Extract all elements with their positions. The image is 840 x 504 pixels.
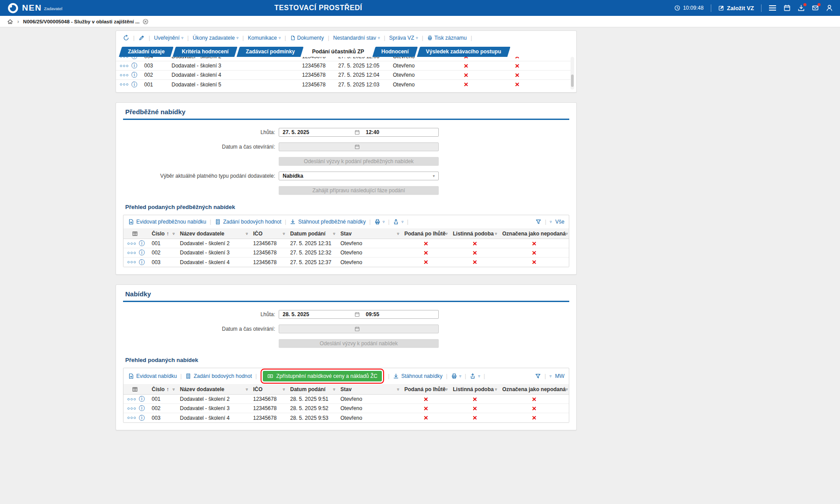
column-header-ico[interactable]: IČO ▿ — [250, 231, 287, 237]
info-icon[interactable]: ⓘ — [139, 240, 145, 246]
filter-caret-icon[interactable]: ▿ — [445, 231, 448, 236]
row-actions-icon[interactable] — [127, 417, 136, 419]
info-icon[interactable]: ⓘ — [139, 415, 145, 421]
filter-caret-icon[interactable]: ▿ — [445, 387, 448, 392]
calendar-icon[interactable] — [784, 4, 791, 11]
create-vz-button[interactable]: Založit VZ — [718, 5, 754, 11]
table-row[interactable]: ⓘ 001 Dodavatel - školení 2 12345678 28.… — [123, 395, 569, 404]
column-header-listinna-podoba[interactable]: Listinná podoba ▿ — [450, 386, 500, 392]
column-header-oznacena-jako-nepodana[interactable]: Označena jako nepodaná ▿ — [500, 231, 569, 237]
info-icon[interactable]: ⓘ — [139, 396, 145, 402]
row-actions-icon[interactable] — [127, 243, 136, 245]
home-icon[interactable] — [7, 19, 13, 25]
column-header-oznacena-jako-nepodana[interactable]: Označena jako nepodaná ▿ — [500, 386, 569, 392]
tab-podani-ucastniku-zp[interactable]: Podání účastníků ZP — [305, 47, 372, 57]
table-row[interactable]: ⓘ 001 Dodavatel - školení 5 12345678 27.… — [116, 80, 574, 89]
toolbar-dokumenty[interactable]: Dokumenty — [290, 35, 324, 41]
back-icon[interactable] — [123, 35, 129, 41]
action-stahnout-predbezne-nabidky[interactable]: Stáhnout předběžné nabídky — [290, 219, 366, 225]
export-menu-button[interactable]: ▿ — [393, 219, 403, 225]
action-zadani-bodovych-hodnot[interactable]: Zadání bodových hodnot — [185, 373, 252, 379]
action-stahnout-nabidky[interactable]: Stáhnout nabídky — [393, 373, 442, 379]
table-row[interactable]: ⓘ 004 Dodavatel - školení 2 12345678 27.… — [116, 57, 574, 61]
filter-caret-icon[interactable]: ▿ — [246, 387, 248, 392]
column-header-stav[interactable]: Stav ▿ — [338, 231, 402, 237]
filter-icon[interactable] — [535, 373, 541, 379]
row-actions-icon[interactable] — [127, 252, 136, 254]
column-header-datum-podani[interactable]: Datum podání ▿ — [287, 386, 338, 392]
filter-caret-icon[interactable]: ▿ — [283, 231, 285, 236]
column-header-listinna-podoba[interactable]: Listinná podoba ▿ — [450, 231, 500, 237]
column-header-stav[interactable]: Stav ▿ — [338, 386, 402, 392]
filter-caret-icon[interactable]: ▿ — [566, 387, 568, 392]
tab-hodnoceni[interactable]: Hodnocení — [374, 47, 416, 57]
tab-zadavaci-podminky[interactable]: Zadávací podmínky — [238, 47, 302, 57]
toolbar-sprava-vz[interactable]: Správa VZ ▿ — [389, 35, 418, 41]
filter-caret-icon[interactable]: ▿ — [566, 231, 568, 236]
info-icon[interactable]: ⓘ — [131, 63, 138, 69]
view-selector[interactable]: Vše — [555, 219, 564, 225]
view-caret-icon[interactable]: ▿ — [549, 374, 552, 378]
column-header-podana-po-lhute[interactable]: Podaná po lhůtě ▿ — [402, 386, 450, 392]
column-header-cislo[interactable]: Číslo↑ ▿ — [149, 231, 177, 237]
row-actions-icon[interactable] — [120, 57, 128, 58]
toolbar-nestandardni-stav[interactable]: Nestandardní stav ▿ — [333, 35, 380, 41]
view-selector[interactable]: MW — [555, 373, 564, 379]
toolbar-uverejneni[interactable]: Uveřejnění ▿ — [154, 35, 183, 41]
downloads-button[interactable] — [798, 4, 805, 11]
scrollbar-thumb[interactable] — [571, 75, 574, 87]
messages-button[interactable] — [812, 4, 819, 11]
filter-caret-icon[interactable]: ▿ — [495, 387, 497, 392]
column-header-nazev-dodavatele[interactable]: Název dodavatele ▿ — [177, 231, 250, 237]
filter-caret-icon[interactable]: ▿ — [333, 387, 335, 392]
toolbar-ukony-zadavatele[interactable]: Úkony zadavatele ▿ — [193, 35, 239, 41]
calendar-picker-icon[interactable] — [355, 130, 362, 135]
info-icon[interactable]: ⓘ — [131, 82, 138, 88]
action-evidovat-nabidku[interactable]: Evidovat nabídku — [128, 373, 177, 379]
calendar-picker-icon[interactable] — [355, 312, 362, 317]
filter-caret-icon[interactable]: ▿ — [397, 231, 399, 236]
info-icon[interactable]: ⓘ — [131, 72, 138, 78]
filter-caret-icon[interactable]: ▿ — [283, 387, 285, 392]
toolbar-tisk-zaznamu[interactable]: Tisk záznamu — [427, 35, 467, 41]
toolbar-komunikace[interactable]: Komunikace ▿ — [248, 35, 281, 41]
action-zadani-bodovych-hodnot[interactable]: Zadání bodových hodnot — [215, 219, 281, 225]
filter-caret-icon[interactable]: ▿ — [495, 231, 497, 236]
print-menu-button[interactable]: ▿ — [374, 219, 385, 225]
column-header-ico[interactable]: IČO ▿ — [250, 386, 287, 392]
action-zpristupneni-nabidkove-ceny[interactable]: Zpřístupnění nabídkové ceny a nákladů ŽC — [263, 371, 381, 381]
table-row[interactable]: ⓘ 003 Dodavatel - školení 4 12345678 27.… — [123, 258, 569, 267]
user-icon[interactable] — [826, 4, 833, 11]
table-row[interactable]: ⓘ 002 Dodavatel - školení 4 12345678 27.… — [116, 71, 574, 80]
tab-vysledek-zadavaciho-postupu[interactable]: Výsledek zadávacího postupu — [418, 47, 509, 57]
table-row[interactable]: ⓘ 003 Dodavatel - školení 4 12345678 28.… — [123, 413, 569, 422]
row-actions-icon[interactable] — [127, 407, 136, 410]
info-icon[interactable]: ⓘ — [139, 259, 145, 265]
time-input[interactable]: 12:40 — [362, 129, 439, 135]
info-icon[interactable]: ⓘ — [139, 405, 145, 411]
column-header-nazev-dodavatele[interactable]: Název dodavatele ▿ — [177, 386, 250, 392]
filter-caret-icon[interactable]: ▿ — [172, 387, 175, 392]
table-row[interactable]: ⓘ 002 Dodavatel - školení 3 12345678 27.… — [123, 248, 569, 258]
app-logo[interactable]: NEN Zadavatel — [7, 2, 62, 14]
typ-podani-select[interactable]: Nabídka ▾ — [279, 172, 439, 180]
filter-icon[interactable] — [535, 219, 541, 225]
close-record-icon[interactable] — [142, 19, 149, 25]
breadcrumb-record-tab[interactable]: N006/25/V00005048 - Služby v oblasti zaj… — [23, 19, 149, 25]
tab-kriteria-hodnoceni[interactable]: Kritéria hodnocení — [174, 47, 236, 57]
row-actions-icon[interactable] — [127, 398, 136, 400]
table-row[interactable]: ⓘ 001 Dodavatel - školení 2 12345678 27.… — [123, 239, 569, 248]
row-actions-icon[interactable] — [127, 261, 136, 263]
info-icon[interactable]: ⓘ — [131, 57, 138, 60]
export-menu-button[interactable]: ▿ — [470, 373, 480, 379]
table-scrollbar[interactable] — [571, 57, 574, 90]
filter-caret-icon[interactable]: ▿ — [246, 231, 248, 236]
menu-icon[interactable] — [769, 4, 777, 11]
column-header-datum-podani[interactable]: Datum podání ▿ — [287, 231, 338, 237]
filter-caret-icon[interactable]: ▿ — [333, 231, 335, 236]
row-actions-icon[interactable] — [120, 74, 128, 76]
filter-caret-icon[interactable]: ▿ — [397, 387, 399, 392]
edit-icon[interactable] — [138, 35, 145, 41]
table-row[interactable]: ⓘ 003 Dodavatel - školení 3 12345678 27.… — [116, 61, 574, 71]
row-actions-icon[interactable] — [120, 83, 128, 86]
